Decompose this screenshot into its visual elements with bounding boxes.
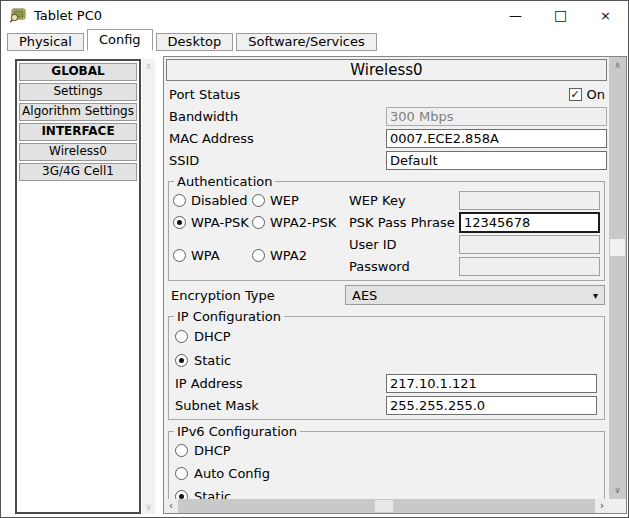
psk-pass-phrase-label: PSK Pass Phrase [349, 215, 459, 230]
radio-wpa2-control [252, 249, 265, 262]
mac-address-row: MAC Address [166, 128, 607, 149]
horizontal-scrollbar-thumb[interactable] [375, 500, 393, 512]
sidebar-scrollbar: ∧ ∨ [142, 59, 155, 514]
tab-physical[interactable]: Physical [7, 33, 84, 51]
bandwidth-row: Bandwidth [166, 106, 607, 127]
sidebar-item-settings[interactable]: Settings [19, 83, 137, 101]
scroll-down-icon[interactable]: ∨ [142, 502, 155, 512]
radio-wep[interactable]: WEP [252, 193, 349, 208]
ip-configuration-legend: IP Configuration [174, 309, 284, 324]
port-status-label: Port Status [166, 87, 240, 102]
mac-address-field[interactable] [386, 129, 607, 148]
vertical-scrollbar-thumb[interactable] [610, 239, 625, 256]
interface-header: Wireless0 [166, 59, 607, 81]
sidebar-item-wireless0[interactable]: Wireless0 [19, 143, 137, 161]
app-window: Tablet PC0 — □ × Physical Config Desktop… [0, 0, 629, 518]
radio-wpa-psk-control [173, 216, 186, 229]
sidebar-item-3g4g-cell1[interactable]: 3G/4G Cell1 [19, 163, 137, 181]
vertical-scrollbar[interactable]: ∧ ∨ [609, 57, 626, 499]
radio-ipv6-dhcp-control [175, 444, 188, 457]
subnet-mask-field[interactable] [386, 396, 597, 415]
radio-wpa2-psk[interactable]: WPA2-PSK [252, 215, 349, 230]
user-id-label: User ID [349, 237, 459, 252]
radio-wpa2[interactable]: WPA2 [252, 248, 349, 263]
radio-disabled-control [173, 194, 186, 207]
wep-key-label: WEP Key [349, 193, 459, 208]
radio-disabled[interactable]: Disabled [173, 193, 252, 208]
radio-ipv4-static-control [175, 354, 188, 367]
scroll-up-icon[interactable]: ∧ [142, 61, 155, 71]
tab-desktop[interactable]: Desktop [156, 33, 234, 51]
bandwidth-label: Bandwidth [166, 109, 238, 124]
scroll-left-icon[interactable]: ‹ [164, 499, 178, 513]
scroll-down-icon[interactable]: ∨ [609, 483, 626, 498]
horizontal-scrollbar[interactable]: ‹ › [164, 499, 609, 513]
sidebar-item-global[interactable]: GLOBAL [19, 63, 137, 81]
radio-wpa2-psk-label: WPA2-PSK [270, 215, 336, 230]
tab-bar: Physical Config Desktop Software/Service… [1, 30, 628, 51]
port-status-row: Port Status ✓ On [166, 84, 607, 105]
check-icon: ✓ [570, 89, 581, 100]
authentication-legend: Authentication [174, 174, 275, 189]
radio-wep-label: WEP [270, 193, 299, 208]
sidebar-item-algorithm-settings[interactable]: Algorithm Settings [19, 103, 137, 121]
port-status-checkbox[interactable]: ✓ [569, 88, 582, 101]
wireless0-settings: Wireless0 Port Status ✓ On Bandwidth MAC… [166, 59, 607, 499]
encryption-type-label: Encryption Type [168, 288, 275, 303]
title-bar: Tablet PC0 — □ × [1, 1, 628, 29]
ip-address-field[interactable] [386, 374, 597, 393]
ssid-field[interactable] [386, 151, 607, 170]
radio-ipv4-static-label: Static [194, 353, 231, 368]
encryption-type-dropdown[interactable]: AES ▾ [345, 285, 605, 305]
authentication-group: Authentication Disabled WEP WEP Key WPA [168, 174, 605, 281]
password-field [459, 257, 600, 276]
radio-ipv4-dhcp-label: DHCP [194, 329, 231, 344]
ipv6-configuration-legend: IPv6 Configuration [174, 424, 300, 439]
encryption-type-value: AES [352, 288, 377, 303]
window-title: Tablet PC0 [34, 8, 102, 23]
radio-ipv4-dhcp[interactable]: DHCP [173, 324, 600, 348]
ipv6-configuration-group: IPv6 Configuration DHCP Auto Config Stat… [168, 424, 605, 499]
radio-wpa[interactable]: WPA [173, 248, 252, 263]
ssid-row: SSID [166, 150, 607, 171]
chevron-down-icon: ▾ [593, 290, 598, 301]
window-controls: — □ × [493, 1, 628, 29]
config-sidebar: GLOBAL Settings Algorithm Settings INTER… [15, 59, 141, 514]
scroll-up-icon[interactable]: ∧ [609, 58, 626, 73]
radio-wpa-psk-label: WPA-PSK [191, 215, 249, 230]
subnet-mask-label: Subnet Mask [173, 398, 259, 413]
tab-config[interactable]: Config [87, 29, 153, 51]
radio-ipv6-static-control [175, 490, 188, 499]
device-icon [9, 7, 27, 23]
encryption-type-row: Encryption Type AES ▾ [168, 284, 605, 306]
radio-disabled-label: Disabled [191, 193, 247, 208]
radio-ipv4-static[interactable]: Static [173, 348, 600, 372]
user-id-field [459, 235, 600, 254]
sidebar-item-interface[interactable]: INTERFACE [19, 123, 137, 141]
radio-ipv6-auto-config-label: Auto Config [194, 466, 270, 481]
ssid-label: SSID [166, 153, 199, 168]
ip-address-label: IP Address [173, 376, 243, 391]
scroll-right-icon[interactable]: › [595, 499, 609, 513]
radio-ipv6-static[interactable]: Static [173, 485, 600, 499]
subnet-mask-row: Subnet Mask [173, 394, 600, 416]
config-panel: Wireless0 Port Status ✓ On Bandwidth MAC… [163, 56, 627, 514]
ip-address-row: IP Address [173, 372, 600, 394]
port-status-on-label: On [587, 87, 605, 102]
radio-wpa-psk[interactable]: WPA-PSK [173, 215, 252, 230]
radio-ipv4-dhcp-control [175, 330, 188, 343]
close-icon[interactable]: × [583, 8, 628, 23]
radio-wep-control [252, 194, 265, 207]
radio-ipv6-dhcp[interactable]: DHCP [173, 439, 600, 462]
maximize-icon[interactable]: □ [538, 7, 583, 23]
wep-key-field [459, 191, 600, 210]
radio-wpa-label: WPA [191, 248, 220, 263]
radio-wpa-control [173, 249, 186, 262]
mac-address-label: MAC Address [166, 131, 254, 146]
psk-pass-phrase-field[interactable] [459, 212, 600, 233]
tab-software-services[interactable]: Software/Services [236, 33, 377, 51]
minimize-icon[interactable]: — [493, 8, 538, 23]
radio-wpa2-label: WPA2 [270, 248, 307, 263]
radio-wpa2-psk-control [252, 216, 265, 229]
radio-ipv6-auto-config[interactable]: Auto Config [173, 462, 600, 485]
